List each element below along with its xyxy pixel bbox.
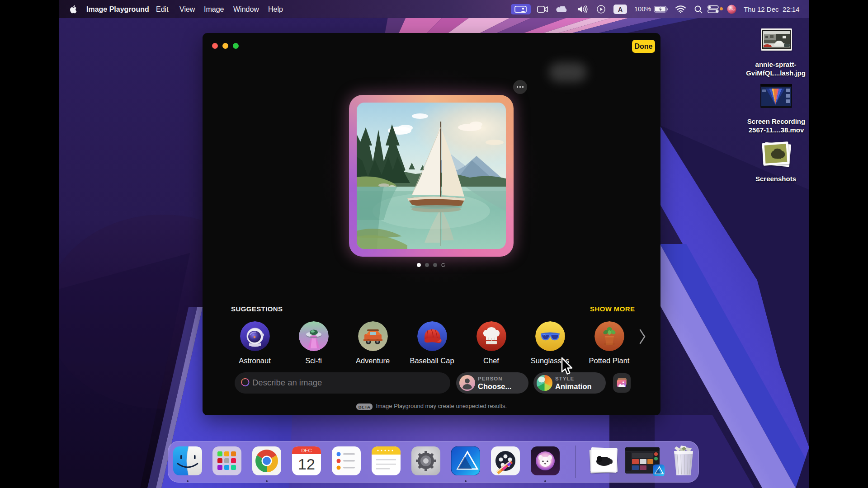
svg-text:12: 12 xyxy=(298,455,315,473)
svg-text:DEC: DEC xyxy=(301,448,311,453)
